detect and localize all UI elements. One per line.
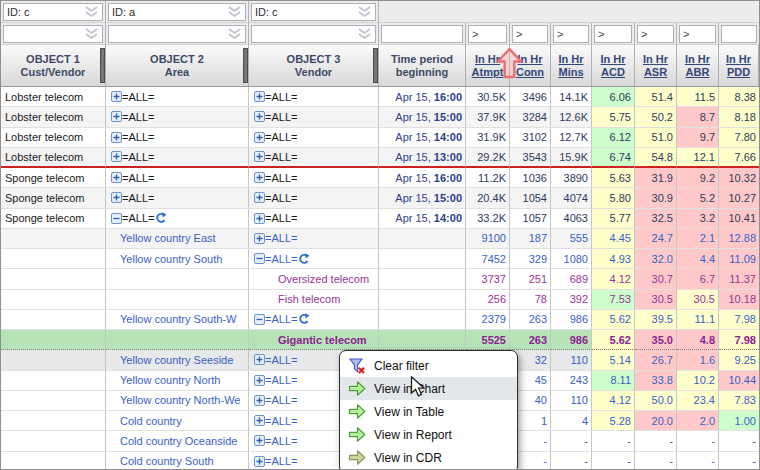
menu-item-view-in-cdr[interactable]: View in CDR	[340, 446, 517, 469]
cell-cust-vendor[interactable]: Sponge telecom	[1, 168, 106, 188]
menu-item-view-in-report[interactable]: View in Report	[340, 423, 517, 446]
cell-in-hr-pdd[interactable]: 10.44	[719, 371, 759, 391]
cell-in-hr-pdd[interactable]: 7.80	[719, 128, 759, 148]
operator-filter-input-mins[interactable]: >	[553, 25, 589, 43]
column-header-asr[interactable]: In HrASR	[635, 45, 677, 86]
table-row[interactable]: Lobster telecom=ALL==ALL=Apr 15, 16:0030…	[1, 87, 759, 107]
cell-in-hr-abr[interactable]: 4.8	[677, 330, 719, 350]
cell-in-hr-abr[interactable]: -	[677, 452, 719, 470]
cell-in-hr-acd[interactable]: 5.28	[592, 411, 635, 431]
cell-vendor[interactable]: =ALL=	[249, 87, 379, 107]
cell-in-hr-abr[interactable]: 12.1	[677, 148, 719, 168]
cell-in-hr-mins[interactable]: 110	[551, 391, 592, 411]
cell-in-hr-acd[interactable]: 4.45	[592, 229, 635, 249]
cell-in-hr-atmpt[interactable]: 7452	[466, 249, 510, 269]
cell-in-hr-acd[interactable]: 5.62	[592, 330, 635, 350]
operator-filter-input-acd[interactable]: >	[594, 25, 632, 43]
cell-in-hr-asr[interactable]: 24.7	[635, 229, 677, 249]
cell-in-hr-atmpt[interactable]: 30.5K	[466, 87, 510, 107]
cell-in-hr-atmpt[interactable]: 37.9K	[466, 107, 510, 127]
minus-expander-icon[interactable]	[111, 213, 122, 224]
cell-in-hr-acd[interactable]: 5.77	[592, 209, 635, 229]
cell-cust-vendor[interactable]	[1, 411, 106, 431]
cell-in-hr-asr[interactable]: 51.4	[635, 87, 677, 107]
cell-cust-vendor[interactable]	[1, 452, 106, 470]
cell-in-hr-atmpt[interactable]: 33.2K	[466, 209, 510, 229]
cell-in-hr-abr[interactable]: 11.5	[677, 87, 719, 107]
cell-time-period[interactable]: Apr 15, 14:00	[379, 128, 466, 148]
cell-in-hr-pdd[interactable]: 7.98	[719, 310, 759, 330]
cell-in-hr-pdd[interactable]: 10.27	[719, 188, 759, 208]
operator-filter-input-abr[interactable]: >	[679, 25, 716, 43]
plus-expander-icon[interactable]	[254, 111, 265, 122]
cell-in-hr-mins[interactable]: 1080	[551, 249, 592, 269]
cell-in-hr-atmpt[interactable]: 5525	[466, 330, 510, 350]
cell-in-hr-atmpt[interactable]: 29.2K	[466, 148, 510, 168]
cell-in-hr-pdd[interactable]: 10.41	[719, 209, 759, 229]
cell-in-hr-abr[interactable]: 2.0	[677, 411, 719, 431]
cell-cust-vendor[interactable]	[1, 371, 106, 391]
cell-in-hr-mins[interactable]: 14.1K	[551, 87, 592, 107]
cell-in-hr-pdd[interactable]: 10.32	[719, 168, 759, 188]
column-resize-handle[interactable]	[373, 48, 378, 83]
cell-in-hr-acd[interactable]: 6.74	[592, 148, 635, 168]
chevron-down-icon[interactable]	[357, 28, 372, 39]
cell-in-hr-pdd[interactable]: 7.83	[719, 391, 759, 411]
plus-expander-icon[interactable]	[254, 233, 265, 244]
cell-in-hr-conn[interactable]: 263	[510, 310, 551, 330]
cell-vendor[interactable]: Gigantic telecom	[249, 330, 379, 350]
cell-in-hr-abr[interactable]: 11.1	[677, 310, 719, 330]
cell-cust-vendor[interactable]: Lobster telecom	[1, 128, 106, 148]
cell-in-hr-conn[interactable]: 3543	[510, 148, 551, 168]
cell-in-hr-acd[interactable]: -	[592, 431, 635, 451]
cell-area[interactable]: Yellow country North	[106, 371, 249, 391]
cell-vendor[interactable]: =ALL=	[249, 229, 379, 249]
cell-in-hr-mins[interactable]: 15.9K	[551, 148, 592, 168]
cell-in-hr-abr[interactable]: 10.2	[677, 371, 719, 391]
cell-area[interactable]	[106, 290, 249, 310]
operator-filter-input-conn[interactable]: >	[512, 25, 548, 43]
cell-time-period[interactable]: Apr 15, 13:00	[379, 148, 466, 168]
cell-in-hr-asr[interactable]: 50.2	[635, 107, 677, 127]
plus-expander-icon[interactable]	[111, 111, 122, 122]
cell-area[interactable]: =ALL=	[106, 107, 249, 127]
plus-expander-icon[interactable]	[254, 91, 265, 102]
cell-in-hr-mins[interactable]: 689	[551, 269, 592, 289]
cell-in-hr-abr[interactable]: 6.7	[677, 269, 719, 289]
column-header-conn[interactable]: In HrConn	[510, 45, 551, 86]
cell-in-hr-pdd[interactable]: 7.66	[719, 148, 759, 168]
cell-in-hr-asr[interactable]: 30.5	[635, 290, 677, 310]
cell-in-hr-atmpt[interactable]: 9100	[466, 229, 510, 249]
chevron-down-icon[interactable]	[84, 6, 99, 17]
table-row[interactable]: Sponge telecom=ALL==ALL=Apr 15, 14:0033.…	[1, 209, 759, 229]
cell-area[interactable]	[106, 269, 249, 289]
cell-vendor[interactable]: Oversized telecom	[249, 269, 379, 289]
cell-time-period[interactable]: Apr 15, 14:00	[379, 209, 466, 229]
cell-in-hr-mins[interactable]: 986	[551, 330, 592, 350]
plus-expander-icon[interactable]	[111, 192, 122, 203]
cell-time-period[interactable]	[379, 269, 466, 289]
plus-expander-icon[interactable]	[254, 395, 265, 406]
cell-cust-vendor[interactable]	[1, 229, 106, 249]
cell-in-hr-conn[interactable]: 3102	[510, 128, 551, 148]
value-filter-dropdown-obj1[interactable]	[3, 25, 103, 43]
cell-in-hr-asr[interactable]: 20.0	[635, 411, 677, 431]
id-filter-input-obj2[interactable]: ID:a	[108, 3, 246, 21]
plus-expander-icon[interactable]	[254, 415, 265, 426]
cell-in-hr-asr[interactable]: -	[635, 431, 677, 451]
cell-in-hr-abr[interactable]: 9.7	[677, 128, 719, 148]
plus-expander-icon[interactable]	[254, 151, 265, 162]
chevron-down-icon[interactable]	[84, 28, 99, 39]
table-row[interactable]: Yellow country East=ALL=91001875554.4524…	[1, 229, 759, 249]
cell-vendor[interactable]: =ALL=	[249, 188, 379, 208]
cell-in-hr-asr[interactable]: 32.5	[635, 209, 677, 229]
column-header-mins[interactable]: In HrMins	[551, 45, 592, 86]
cell-in-hr-atmpt[interactable]: 2379	[466, 310, 510, 330]
cell-vendor[interactable]: =ALL=	[249, 128, 379, 148]
cell-in-hr-abr[interactable]: 30.5	[677, 290, 719, 310]
plus-expander-icon[interactable]	[254, 192, 265, 203]
cell-in-hr-mins[interactable]: 4	[551, 411, 592, 431]
table-row[interactable]: Sponge telecom=ALL==ALL=Apr 15, 15:0020.…	[1, 188, 759, 208]
plus-expander-icon[interactable]	[254, 354, 265, 365]
cell-in-hr-asr[interactable]: 50.0	[635, 391, 677, 411]
